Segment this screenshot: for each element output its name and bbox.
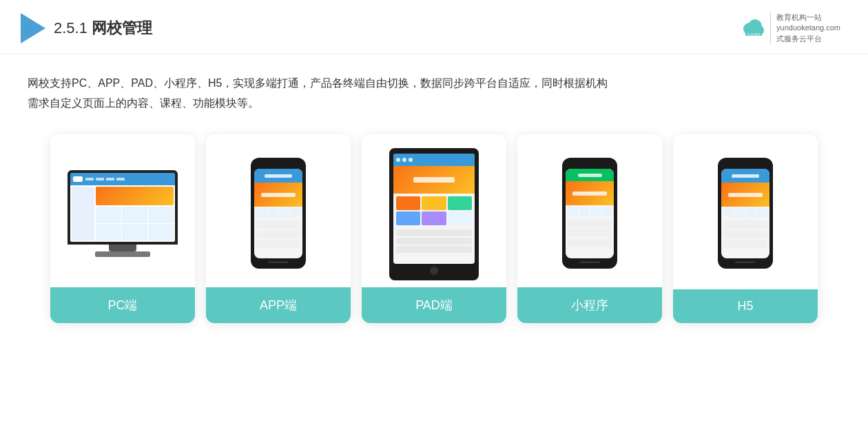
pad-rows [393,228,475,264]
pad-row-item [396,238,472,245]
phone-screen-inner [254,169,302,258]
pad-screen-inner [393,154,475,264]
pad-nav-dot [396,158,400,162]
pad-banner [393,166,475,194]
pc-screen [70,173,175,242]
header: 2.5.1 网校管理 云朵课堂 教育机构一站 yunduoketang.com … [0,0,868,54]
pc-nav-items [85,178,125,180]
phone-icon-item [279,209,289,217]
h5-device-visual [718,158,773,269]
app-device-visual [251,158,306,269]
pad-screen [393,154,475,264]
pad-device-visual [389,148,479,280]
h5-icon-item [758,209,768,217]
app-label: APP端 [206,287,351,323]
h5-icon-item [746,209,756,217]
pc-nav-item [96,178,104,180]
pc-nav-item [106,178,114,180]
pc-monitor [68,170,178,245]
h5-header [721,169,769,183]
miniprogram-device-visual [562,158,617,269]
phone-icons [254,207,302,219]
logo-triangle-icon [21,13,45,43]
phone-courses [254,219,302,258]
pc-grid-item [96,224,121,240]
h5-course-item [723,220,767,229]
pad-header [393,154,475,166]
svg-text:云朵课堂: 云朵课堂 [747,32,761,37]
pad-label: PAD端 [362,287,506,323]
desc-line1: 网校支持PC、APP、PAD、小程序、H5，实现多端打通，产品各终端自由切换，数… [28,77,608,89]
phone-screen [254,169,302,258]
phone-icon-item [291,209,301,217]
description-text: 网校支持PC、APP、PAD、小程序、H5，实现多端打通，产品各终端自由切换，数… [28,74,840,114]
desc-line2: 需求自定义页面上的内容、课程、功能模块等。 [28,97,259,109]
h5-home-bar [735,261,756,263]
phone-header-text [265,174,292,178]
cards-section: PC端 [0,121,868,344]
h5-banner-text [728,193,763,197]
wechat-icon-item [602,207,612,216]
phone-banner-text [261,193,296,197]
pc-stand [109,245,136,251]
pad-grid-item [448,196,472,210]
wechat-course-item [568,229,612,237]
wechat-icon-item [590,207,601,216]
pc-grid [96,207,174,240]
miniprogram-label: 小程序 [517,287,662,323]
pc-device-visual [68,170,178,257]
phone-home-bar [268,261,289,263]
pc-main [96,187,174,240]
h5-phone-outer [718,158,773,269]
pad-nav-dot [402,158,406,162]
pc-content [70,185,175,242]
h5-header-text [732,174,759,178]
pc-nav-item [85,178,94,180]
wechat-course-item [568,238,612,247]
miniprogram-image-area [517,134,662,286]
wechat-banner-text [572,192,607,196]
wechat-outer [562,158,617,269]
device-card-miniprogram: 小程序 [517,134,662,323]
pad-outer [389,148,479,280]
pc-label: PC端 [50,287,195,323]
pc-grid-item [148,207,174,223]
brand-tagline-2: 式服务云平台 [776,34,840,44]
wechat-icon-item [568,207,578,216]
header-left: 2.5.1 网校管理 [21,13,152,43]
miniprogram-home-bar [579,261,600,263]
pad-grid-item [396,211,420,225]
title-bold: 网校管理 [92,19,152,37]
pc-base [95,251,150,257]
pad-grid-item [448,211,472,225]
h5-course-item [723,230,767,238]
pad-grid-item [396,196,420,210]
phone-course-item [256,230,300,238]
pc-nav-logo [73,176,83,182]
app-image-area [206,134,351,286]
wechat-icons [566,205,614,218]
cloud-icon: 云朵课堂 [740,15,766,41]
pad-grid [393,194,475,228]
header-right: 云朵课堂 教育机构一站 yunduoketang.com 式服务云平台 [740,12,840,44]
pad-image-area [362,134,506,287]
h5-label: H5 [673,289,818,323]
h5-notch [737,163,754,167]
brand-url: yunduoketang.com [776,23,840,33]
pc-sidebar [72,187,94,240]
brand-logo: 云朵课堂 教育机构一站 yunduoketang.com 式服务云平台 [740,12,840,44]
wechat-screen [566,169,614,258]
pad-grid-item [422,211,446,225]
phone-icon-item [256,209,267,217]
pc-grid-item [122,224,147,240]
h5-icons [721,207,769,219]
device-card-pad: PAD端 [362,134,506,323]
h5-screen [721,169,769,258]
h5-icon-item [723,209,734,217]
pc-screen-inner [70,173,175,242]
h5-icon-item [735,209,745,217]
h5-banner [721,183,769,207]
phone-icon-item [268,209,278,217]
h5-image-area [673,134,818,286]
device-card-app: APP端 [206,134,351,323]
